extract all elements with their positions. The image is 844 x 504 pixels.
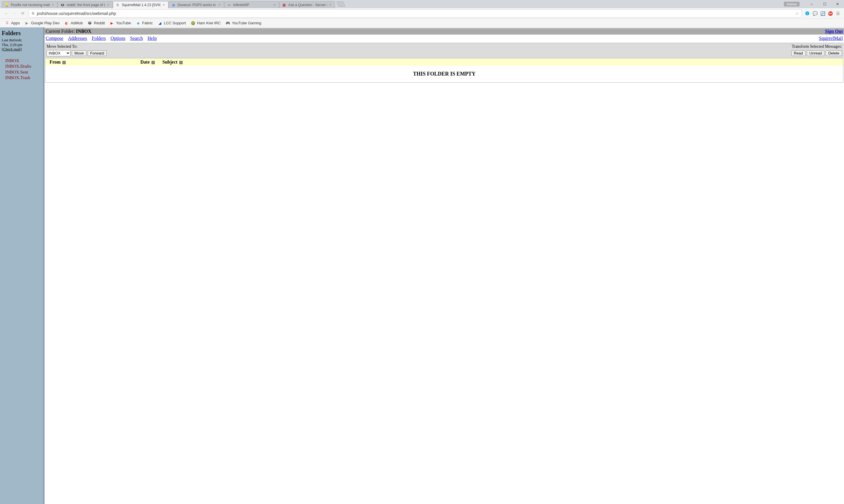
reddit-icon: 👽 (60, 3, 65, 7)
bookmark-label: Ham Kiwi IRC (197, 21, 221, 25)
address-bar: ← → ⟳ 🗎 joshshouse.us/squirrelmail/src/w… (0, 8, 844, 19)
nav-help[interactable]: Help (148, 36, 157, 41)
bookmark-label: Reddit (94, 21, 105, 25)
tab-title: InfiniteWP (233, 3, 271, 7)
column-subject[interactable]: Subject (162, 59, 178, 65)
read-button[interactable]: Read (791, 50, 806, 56)
tab-serverfault[interactable]: ▦ Ask a Question - Server F × (279, 1, 335, 8)
folder-inbox[interactable]: INBOX (2, 58, 41, 64)
bookmark-fabric[interactable]: ◆ Fabric (133, 20, 155, 27)
bookmark-reddit[interactable]: 👽 Reddit (85, 20, 107, 27)
tab-squirrelmail[interactable]: 🗎 SquirrelMail 1.4.23 [SVN] × (113, 1, 168, 8)
current-folder-label: Current Folder: (46, 29, 76, 34)
reddit-icon: 👽 (87, 21, 92, 25)
bookmark-star-icon[interactable]: ☆ (795, 11, 799, 16)
tab-infinitewp[interactable]: ∞ InfiniteWP × (224, 1, 279, 8)
bookmark-label: Google Play Dev (31, 21, 60, 25)
reload-button[interactable]: ⟳ (19, 10, 27, 18)
close-window-button[interactable]: ✕ (831, 1, 844, 7)
bookmark-playdev[interactable]: ▶ Google Play Dev (22, 20, 62, 27)
bookmark-label: Fabric (142, 21, 153, 25)
forward-button[interactable]: Forward (88, 50, 107, 56)
youtube-icon: ▶ (110, 21, 114, 25)
tab-reddit[interactable]: 👽 reddit: the front page of t × (57, 1, 113, 8)
folder-drafts[interactable]: INBOX.Drafts (2, 64, 41, 69)
tab-title: reddit: the front page of t (67, 3, 105, 7)
bookmark-admob[interactable]: ◐ AdMob (62, 20, 85, 27)
skype-ext-icon[interactable]: 🅢 (804, 10, 811, 17)
play-icon: ▶ (24, 21, 29, 25)
check-mail-link[interactable]: Check mail (3, 47, 20, 51)
page-icon: 🗎 (115, 3, 120, 7)
dovecot-icon: ◉ (171, 3, 176, 7)
new-tab-button[interactable] (336, 1, 345, 7)
lcc-icon: ◢ (157, 21, 162, 25)
sync-ext-icon[interactable]: 🔄 (820, 10, 826, 17)
transform-label: Transform Selected Messages: (792, 44, 842, 49)
bookmark-apps[interactable]: ⠿ Apps (2, 20, 22, 27)
serverfault-icon: ▦ (282, 3, 287, 7)
nav-options[interactable]: Options (110, 36, 125, 41)
bookmark-youtube[interactable]: ▶ YouTube (107, 20, 133, 27)
close-icon[interactable]: × (106, 3, 110, 7)
apps-icon: ⠿ (5, 21, 10, 25)
close-icon[interactable]: × (162, 3, 166, 7)
message-controls: Move Selected To: Transform Selected Mes… (45, 43, 843, 58)
bookmark-label: LCC Support (164, 21, 186, 25)
header-bar: Current Folder: INBOX Sign Out (44, 28, 844, 35)
tab-title: Postfix not receiving mail. (11, 3, 50, 7)
bookmark-lcc[interactable]: ◢ LCC Support (155, 20, 188, 27)
tab-title: Ask a Question - Server F (288, 3, 327, 7)
column-from[interactable]: From (50, 59, 61, 65)
menu-icon[interactable]: ☰ (834, 10, 841, 17)
close-icon[interactable]: × (51, 3, 55, 7)
bookmark-label: YouTube (116, 21, 131, 25)
close-icon[interactable]: × (328, 3, 332, 7)
adblock-ext-icon[interactable]: ⛔ (827, 10, 833, 17)
nav-folders[interactable]: Folders (92, 36, 106, 41)
nav-compose[interactable]: Compose (46, 36, 63, 41)
lightbulb-icon: 💡 (4, 3, 9, 7)
sort-icon[interactable] (62, 61, 66, 64)
back-button[interactable]: ← (2, 10, 11, 18)
bookmark-kiwi[interactable]: 🥝 Ham Kiwi IRC (188, 20, 223, 27)
url-input[interactable]: 🗎 joshshouse.us/squirrelmail/src/webmail… (29, 10, 802, 18)
bookmark-label: YouTube Gaming (232, 21, 261, 25)
last-refresh-label: Last Refresh: (2, 38, 41, 42)
tab-dovecot[interactable]: ◉ Dovecot: POP3 works in n × (168, 1, 224, 8)
nav-search[interactable]: Search (130, 36, 143, 41)
tab-postfix[interactable]: 💡 Postfix not receiving mail. × (2, 1, 57, 8)
delete-button[interactable]: Delete (826, 50, 842, 56)
folder-select[interactable]: INBOX (47, 50, 71, 56)
forward-button[interactable]: → (11, 10, 19, 18)
tab-title: SquirrelMail 1.4.23 [SVN] (122, 3, 161, 7)
close-icon[interactable]: × (217, 3, 221, 7)
user-badge[interactable]: Joshua (784, 2, 800, 6)
tabs-bar: 💡 Postfix not receiving mail. × 👽 reddit… (0, 0, 844, 8)
bookmark-ytgaming[interactable]: 🎮 YouTube Gaming (223, 20, 264, 27)
url-text: joshshouse.us/squirrelmail/src/webmail.p… (37, 11, 795, 16)
app-name-link[interactable]: SquirrelMail (819, 36, 843, 41)
chat-ext-icon[interactable]: 💬 (812, 10, 818, 17)
column-date[interactable]: Date (140, 59, 150, 65)
sort-icon[interactable] (151, 61, 155, 64)
minimize-button[interactable]: ─ (805, 1, 818, 7)
bookmark-label: AdMob (71, 21, 83, 25)
sign-out-link[interactable]: Sign Out (825, 29, 843, 34)
sort-icon[interactable] (179, 61, 183, 64)
move-label: Move Selected To: (47, 44, 77, 49)
bookmarks-bar: ⠿ Apps ▶ Google Play Dev ◐ AdMob 👽 Reddi… (0, 19, 844, 28)
sidebar: Folders Last Refresh: Thu, 2:29 pm (Chec… (0, 28, 44, 504)
message-table: From Date Subject THIS FOLDER IS EMPTY (45, 58, 843, 83)
move-button[interactable]: Move (72, 50, 87, 56)
unread-button[interactable]: Unread (807, 50, 825, 56)
folder-sent[interactable]: INBOX.Sent (2, 69, 41, 75)
admob-icon: ◐ (64, 21, 69, 25)
folder-trash[interactable]: INBOX.Trash (2, 75, 41, 81)
main-content: Current Folder: INBOX Sign Out Compose A… (44, 28, 844, 504)
close-icon[interactable]: × (272, 3, 277, 7)
fabric-icon: ◆ (136, 21, 140, 25)
maximize-button[interactable]: ☐ (818, 1, 831, 7)
kiwi-icon: 🥝 (191, 21, 195, 25)
nav-addresses[interactable]: Addresses (68, 36, 87, 41)
